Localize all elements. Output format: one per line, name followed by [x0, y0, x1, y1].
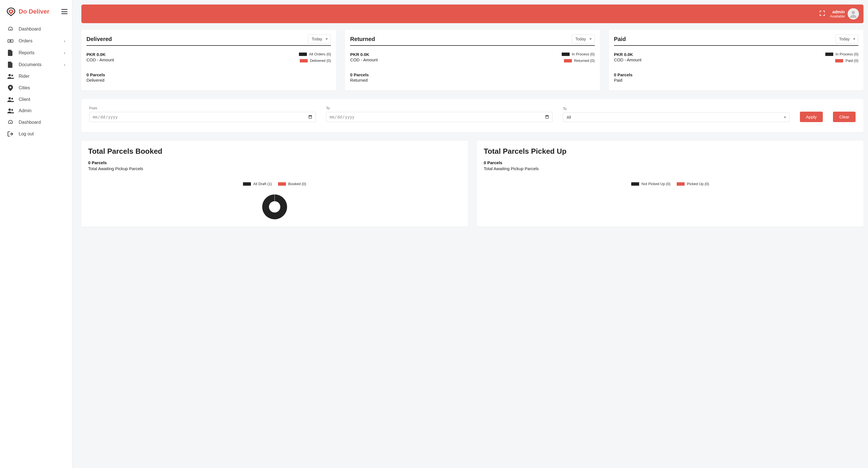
sidebar-item-label: Rider: [19, 74, 65, 79]
chevron-right-icon: ›: [64, 62, 65, 67]
from-label: From: [89, 106, 316, 110]
file-icon: [7, 50, 14, 56]
chart-caption: Total Awaiting Pickup Parcels: [88, 166, 461, 171]
stat-card: DeliveredToday PKR 0.0K COD - Amount 0 P…: [82, 30, 336, 90]
topbar: admin Available: [82, 4, 864, 23]
brand-name: Do Deliver: [19, 8, 50, 15]
sidebar-item-label: Orders: [19, 38, 59, 43]
amount-value: PKR 0.0K: [614, 52, 642, 57]
to2-label: To: [563, 107, 789, 111]
legend-swatch: [677, 182, 685, 186]
sidebar-item-logout[interactable]: Log out: [3, 128, 69, 139]
clear-button[interactable]: Clear: [833, 112, 856, 122]
legend-item: In Process (0): [562, 52, 595, 56]
avatar: [848, 8, 859, 20]
sidebar-item-admin[interactable]: Admin: [3, 105, 69, 117]
legend-swatch: [835, 59, 843, 62]
chart-title: Total Parcels Picked Up: [484, 147, 857, 156]
legend-swatch: [564, 59, 572, 62]
sidebar-item-rider[interactable]: Rider: [3, 71, 69, 82]
count-value: 0 Parcels: [350, 72, 378, 77]
legend-item: Paid (0): [825, 59, 858, 63]
sidebar-item-cities[interactable]: Cities: [3, 82, 69, 94]
sidebar-item-orders[interactable]: Orders ›: [3, 35, 69, 47]
apply-button[interactable]: Apply: [800, 112, 823, 122]
legend-item: Not Picked Up (0): [631, 182, 671, 186]
legend-item: Returned (0): [562, 59, 595, 63]
donut-chart: [232, 190, 317, 224]
legend-swatch: [631, 182, 639, 186]
svg-point-4: [11, 74, 13, 76]
amount-value: PKR 0.0K: [87, 52, 114, 57]
chart-legend: Not Picked Up (0) Picked Up (0): [484, 182, 857, 186]
period-select[interactable]: Today: [836, 34, 858, 43]
sidebar-item-dashboard[interactable]: Dashboard: [3, 23, 69, 35]
sidebar-item-client[interactable]: Client: [3, 94, 69, 105]
svg-point-0: [10, 10, 12, 12]
amount-value: PKR 0.0K: [350, 52, 378, 57]
sidebar: Do Deliver Dashboard Orders ›: [0, 0, 72, 468]
legend-swatch: [243, 182, 251, 186]
legend-item: All Draft (1): [243, 182, 272, 186]
sidebar-item-label: Dashboard: [19, 27, 65, 32]
svg-point-6: [11, 98, 13, 99]
chart-count: 0 Parcels: [88, 160, 461, 165]
user-name: admin: [830, 9, 845, 14]
sidebar-item-label: Admin: [19, 108, 65, 113]
svg-point-2: [10, 40, 11, 42]
users-icon: [7, 73, 14, 79]
amount-caption: COD - Amount: [87, 57, 114, 62]
amount-caption: COD - Amount: [614, 57, 642, 62]
legend-swatch: [300, 59, 308, 62]
chart-legend: All Draft (1) Booked (0): [88, 182, 461, 186]
sidebar-item-label: Log out: [19, 131, 65, 136]
money-icon: [7, 38, 14, 44]
fullscreen-icon[interactable]: [820, 11, 825, 17]
chevron-right-icon: ›: [64, 39, 65, 43]
user-menu[interactable]: admin Available: [830, 8, 859, 20]
stat-card: PaidToday PKR 0.0K COD - Amount 0 Parcel…: [609, 30, 864, 90]
svg-point-7: [8, 108, 11, 111]
legend-swatch: [299, 53, 307, 56]
count-caption: Returned: [350, 78, 378, 83]
legend-item: Booked (0): [278, 182, 306, 186]
pin-icon: [7, 85, 14, 91]
filter-select[interactable]: All: [563, 113, 789, 122]
from-date-input[interactable]: [89, 112, 316, 122]
sidebar-item-label: Cities: [19, 85, 65, 90]
users-icon: [7, 97, 14, 102]
sidebar-item-reports[interactable]: Reports ›: [3, 47, 69, 59]
count-caption: Delivered: [87, 78, 114, 83]
to-label: To: [326, 106, 553, 110]
chart-card: Total Parcels Booked 0 Parcels Total Awa…: [82, 141, 468, 227]
hamburger-icon[interactable]: [61, 9, 67, 14]
gauge-icon: [7, 119, 14, 125]
count-value: 0 Parcels: [614, 72, 642, 77]
svg-point-9: [851, 11, 855, 14]
legend-swatch: [825, 53, 833, 56]
user-status: Available: [830, 14, 845, 19]
card-title: Paid: [614, 36, 626, 42]
count-value: 0 Parcels: [87, 72, 114, 77]
logo-icon: [6, 7, 16, 17]
chart-caption: Total Awaiting Pickup Parcels: [484, 166, 857, 171]
logout-icon: [7, 131, 14, 137]
chevron-right-icon: ›: [64, 51, 65, 55]
gauge-icon: [7, 26, 14, 32]
sidebar-item-documents[interactable]: Documents ›: [3, 59, 69, 71]
sidebar-item-label: Dashboard: [19, 120, 65, 125]
legend-item: All Orders (0): [299, 52, 331, 56]
chart-card: Total Parcels Picked Up 0 Parcels Total …: [477, 141, 864, 227]
to-date-input[interactable]: [326, 112, 553, 122]
chart-title: Total Parcels Booked: [88, 147, 461, 156]
period-select[interactable]: Today: [308, 34, 331, 43]
file-icon: [7, 62, 14, 68]
legend-swatch: [562, 53, 569, 56]
period-select[interactable]: Today: [571, 34, 594, 43]
brand[interactable]: Do Deliver: [6, 7, 50, 17]
sidebar-item-label: Reports: [19, 50, 59, 55]
legend-swatch: [278, 182, 286, 186]
stat-card: ReturnedToday PKR 0.0K COD - Amount 0 Pa…: [345, 30, 599, 90]
sidebar-item-dashboard-2[interactable]: Dashboard: [3, 117, 69, 128]
svg-point-8: [11, 109, 13, 111]
